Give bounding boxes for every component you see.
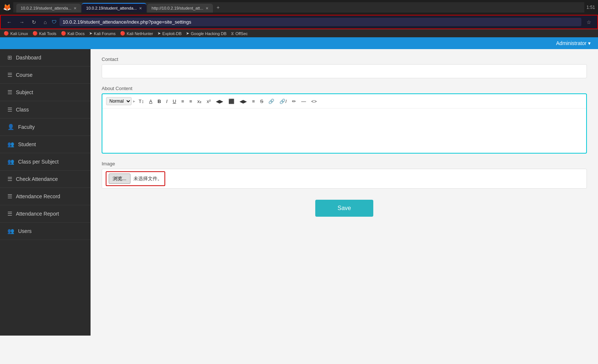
class-per-subject-icon: 👥 [7,158,14,165]
sidebar-item-dashboard[interactable]: ⊞ Dashboard [0,49,91,66]
editor-toolbar: Normal ▸ T↕ A B I U ≡ ≡ x₂ x² ◀▶ ⬛ ◀▶ ≡ [102,94,586,109]
sidebar-item-student[interactable]: 👥 Student [0,136,91,153]
users-icon: 👥 [7,228,14,234]
editor-body[interactable] [102,109,586,153]
toolbar-align-center-btn[interactable]: ⬛ [227,97,236,105]
attendance-record-icon: ☰ [7,193,12,200]
forward-btn[interactable]: → [17,18,27,26]
toolbar-superscript-btn[interactable]: x² [205,97,213,105]
tab-3-close[interactable]: ✕ [205,6,208,10]
toolbar-italic-btn[interactable]: I [164,97,170,105]
toolbar-text-height-btn[interactable]: T↕ [137,97,146,105]
sidebar-item-check-attendance[interactable]: ☰ Check Attendance [0,171,91,188]
subject-icon: ☰ [7,89,12,96]
tab-3-label: http://10.0.2.19/student_att... [152,6,203,10]
toolbar-source-btn[interactable]: <> [309,97,319,105]
sidebar-label-student: Student [18,141,36,147]
home-btn[interactable]: ⌂ [41,18,49,26]
toolbar-ordered-list-btn[interactable]: ≡ [180,97,186,105]
sidebar-item-attendance-report[interactable]: ☰ Attendance Report [0,205,91,223]
contact-group: Contact [102,56,587,78]
bookmark-kali-tools[interactable]: 🔴 Kali Tools [33,31,57,36]
sidebar-label-course: Course [16,72,33,78]
bookmark-kali-nethunter[interactable]: 🔴 Kali NetHunter [120,31,153,36]
about-content-label: About Content [102,86,587,91]
sidebar-item-course[interactable]: ☰ Course [0,66,91,84]
tab-3[interactable]: http://10.0.2.19/student_att... ✕ [147,4,213,13]
tab-bar: 10.0.2.19/student_attenda... ✕ 10.0.2.19… [13,2,584,13]
admin-label[interactable]: Administrator [556,40,587,46]
tab-2[interactable]: 10.0.2.19/student_attenda... ✕ [82,3,146,13]
toolbar-justify-btn[interactable]: ≡ [250,97,257,105]
browser-logo: 🦊 [3,3,11,11]
sidebar-item-subject[interactable]: ☰ Subject [0,84,91,101]
bookmark-kali-forums[interactable]: ➤ Kali Forums [89,31,116,36]
sidebar-item-users[interactable]: 👥 Users [0,223,91,240]
sidebar: ⊞ Dashboard ☰ Course ☰ Subject ☰ Class 👤… [0,49,91,336]
toolbar-unlink-btn[interactable]: 🔗/ [278,97,289,105]
clock: 1:51 [587,5,595,10]
faculty-icon: 👤 [7,124,14,130]
toolbar-strikethrough-btn[interactable]: S [258,97,265,105]
toolbar-highlight-btn[interactable]: ✏ [290,97,298,105]
toolbar-bold-btn[interactable]: B [156,97,163,105]
main-layout: ⊞ Dashboard ☰ Course ☰ Subject ☰ Class 👤… [0,49,598,336]
dashboard-icon: ⊞ [7,54,12,61]
toolbar-hr-btn[interactable]: — [299,97,308,105]
sidebar-label-class: Class [16,107,29,113]
bookmark-google-hacking[interactable]: ➤ Google Hacking DB [186,31,227,36]
check-attendance-icon: ☰ [7,176,12,182]
app-header: Administrator ▾ [0,37,598,49]
toolbar-align-left-btn[interactable]: ◀▶ [214,97,225,105]
sidebar-item-attendance-record[interactable]: ☰ Attendance Record [0,188,91,205]
toolbar-underline-A-btn[interactable]: A [147,97,154,105]
kali-linux-icon: 🔴 [4,31,9,36]
bookmark-kali-docs[interactable]: 🔴 Kali Docs [61,31,85,36]
contact-input[interactable] [102,64,587,78]
format-select[interactable]: Normal [106,97,132,105]
toolbar-align-right-btn[interactable]: ◀▶ [238,97,249,105]
sidebar-label-subject: Subject [16,89,33,95]
kali-docs-icon: 🔴 [61,31,66,36]
new-tab-btn[interactable]: + [214,2,222,13]
toolbar-separator-1: ▸ [133,99,135,104]
bookmark-btn[interactable]: ☆ [584,18,594,26]
browse-button[interactable]: 浏览... [109,174,130,184]
tab-1[interactable]: 10.0.2.19/student_attenda... ✕ [16,4,81,13]
shield-icon: 🛡 [52,19,57,25]
rich-text-editor: Normal ▸ T↕ A B I U ≡ ≡ x₂ x² ◀▶ ⬛ ◀▶ ≡ [102,93,587,154]
sidebar-label-check-attendance: Check Attendance [16,176,58,182]
tab-1-label: 10.0.2.19/student_attenda... [21,6,71,10]
image-label: Image [102,161,587,166]
toolbar-link-btn[interactable]: 🔗 [266,97,276,105]
content-area: Contact About Content Normal ▸ T↕ A B I … [91,49,598,336]
admin-dropdown-icon[interactable]: ▾ [588,40,591,46]
bookmark-exploit-db[interactable]: ➤ Exploit-DB [157,31,181,36]
sidebar-item-class[interactable]: ☰ Class [0,101,91,119]
tab-1-close[interactable]: ✕ [74,6,77,10]
toolbar-subscript-btn[interactable]: x₂ [196,97,204,105]
bookmark-kali-linux[interactable]: 🔴 Kali Linux [4,31,28,36]
course-icon: ☰ [7,72,12,78]
sidebar-label-users: Users [18,228,32,234]
address-input[interactable] [60,18,581,26]
sidebar-label-attendance-record: Attendance Record [16,193,60,199]
exploit-db-icon: ➤ [157,31,161,36]
browser-top-bar: 🦊 10.0.2.19/student_attenda... ✕ 10.0.2.… [0,0,598,15]
sidebar-label-dashboard: Dashboard [16,55,41,61]
student-icon: 👥 [7,141,14,148]
save-button[interactable]: Save [315,200,373,217]
tab-2-close[interactable]: ✕ [139,6,142,10]
kali-forums-icon: ➤ [89,31,92,36]
sidebar-item-faculty[interactable]: 👤 Faculty [0,119,91,136]
bookmark-offsec[interactable]: ⧖ OffSec [231,31,248,36]
toolbar-underline-btn[interactable]: U [171,97,178,105]
google-hacking-icon: ➤ [186,31,189,36]
bookmarks-bar: 🔴 Kali Linux 🔴 Kali Tools 🔴 Kali Docs ➤ … [0,29,598,37]
reload-btn[interactable]: ↻ [30,18,38,26]
back-btn[interactable]: ← [4,18,14,26]
contact-label: Contact [102,56,587,62]
sidebar-item-class-per-subject[interactable]: 👥 Class per Subject [0,153,91,171]
tab-2-label: 10.0.2.19/student_attenda... [86,6,137,10]
toolbar-unordered-list-btn[interactable]: ≡ [187,97,194,105]
